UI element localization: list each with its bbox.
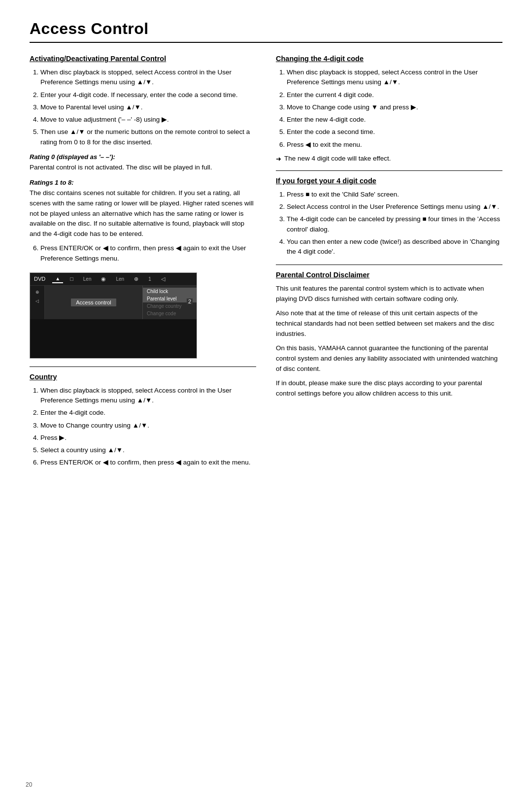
menu-icon-3: ⊕ xyxy=(134,276,138,282)
change-code-note: ➜ The new 4 digit code will take effect. xyxy=(276,155,502,163)
disclaimer-para-2: Also note that at the time of release of… xyxy=(276,308,502,339)
list-item: Press ■ to exit the 'Child Safe' screen. xyxy=(287,190,502,199)
list-item: Select a country using ▲/▼. xyxy=(40,445,256,455)
menu-tab-num: 1 xyxy=(145,275,154,283)
change-code-note-text: The new 4 digit code will take effect. xyxy=(284,155,391,162)
list-item: Enter the code a second time. xyxy=(287,127,502,137)
dvd-icon: DVD xyxy=(34,276,45,282)
list-item: Then use ▲/▼ or the numeric buttons on t… xyxy=(40,127,256,147)
right-column: Changing the 4-digit code When disc play… xyxy=(276,55,502,473)
menu-number: 2 xyxy=(187,299,193,304)
divider-country xyxy=(30,366,256,367)
list-item: Enter the 4-digit code. xyxy=(40,408,256,418)
list-item: Select Access control in the User Prefer… xyxy=(287,202,502,212)
list-item: You can then enter a new code (twice!) a… xyxy=(287,237,502,257)
disclaimer-para-1: This unit features the parental control … xyxy=(276,284,502,304)
ratings18-text: The disc contains scenes not suitable fo… xyxy=(30,188,256,240)
section-disclaimer: Parental Control Disclaimer This unit fe… xyxy=(276,271,502,398)
list-item: When disc playback is stopped, select Ac… xyxy=(287,67,502,88)
section-country-title: Country xyxy=(30,373,256,381)
arrow-icon: ➜ xyxy=(276,155,281,163)
list-item: When disc playback is stopped, select Ac… xyxy=(40,67,256,88)
section-change-code: Changing the 4-digit code When disc play… xyxy=(276,55,502,163)
menu-icon-2: ◉ xyxy=(101,276,106,282)
menu-top-bar: DVD ▲ □ Len ◉ Len ⊕ 1 ◁ xyxy=(30,273,197,286)
section-change-code-title: Changing the 4-digit code xyxy=(276,55,502,63)
menu-right-item-childlock: Child lock xyxy=(143,288,197,295)
list-item: Move to Change country using ▲/▼. xyxy=(40,421,256,431)
list-item: When disc playback is stopped, select Ac… xyxy=(40,386,256,406)
menu-tab-len1: Len xyxy=(80,275,95,283)
disclaimer-para-3: On this basis, YAMAHA cannot guarantee t… xyxy=(276,343,502,374)
list-item: Press ENTER/OK or ◀ to confirm, then pre… xyxy=(40,458,256,467)
menu-left-icon-1: ⊕ xyxy=(35,290,39,295)
list-item: Press ▶. xyxy=(40,433,256,443)
menu-left-panel: ⊕ ◁ xyxy=(30,286,45,319)
section-activating-title: Activating/Deactivating Parental Control xyxy=(30,55,256,63)
divider-disclaimer xyxy=(276,265,502,265)
menu-left-icon-2: ◁ xyxy=(35,299,39,303)
menu-screenshot: DVD ▲ □ Len ◉ Len ⊕ 1 ◁ ⊕ ◁ Acces xyxy=(30,272,197,359)
list-item: Enter the new 4-digit code. xyxy=(287,115,502,125)
list-item: Move to Change code using ▼ and press ▶. xyxy=(287,102,502,112)
section-country: Country When disc playback is stopped, s… xyxy=(30,373,256,468)
country-steps-list: When disc playback is stopped, select Ac… xyxy=(30,386,256,468)
list-item: The 4-digit code can be canceled by pres… xyxy=(287,214,502,234)
rating0-title: Rating 0 (displayed as '– –'): xyxy=(30,153,256,161)
menu-tab-len2: Len xyxy=(113,275,127,283)
list-item: Enter the current 4 digit code. xyxy=(287,90,502,100)
activating-steps-list: When disc playback is stopped, select Ac… xyxy=(30,67,256,147)
section-disclaimer-title: Parental Control Disclaimer xyxy=(276,271,502,279)
activating-step6-list: Press ENTER/OK or ◀ to confirm, then pre… xyxy=(30,243,256,264)
list-item: Move to value adjustment ('– –' -8) usin… xyxy=(40,115,256,125)
disclaimer-para-4: If in doubt, please make sure the disc p… xyxy=(276,378,502,399)
menu-icon-4: ◁ xyxy=(161,276,165,282)
page-title: Access Control xyxy=(30,20,502,43)
page-number: 20 xyxy=(26,781,32,788)
ratings18-title: Ratings 1 to 8: xyxy=(30,179,256,186)
list-item: Press ◀ to exit the menu. xyxy=(287,140,502,150)
menu-right-item-code: Change code xyxy=(143,310,197,317)
list-item: Enter your 4-digit code. If necessary, e… xyxy=(40,90,256,100)
change-code-steps-list: When disc playback is stopped, select Ac… xyxy=(276,67,502,150)
menu-tab-1: ▲ xyxy=(52,275,63,283)
section-activating: Activating/Deactivating Parental Control… xyxy=(30,55,256,264)
menu-icon-1: □ xyxy=(70,276,73,282)
forget-code-steps-list: Press ■ to exit the 'Child Safe' screen.… xyxy=(276,190,502,257)
divider-forget-code xyxy=(276,170,502,171)
menu-center-panel: Access control xyxy=(45,286,142,319)
list-item: Move to Parental level using ▲/▼. xyxy=(40,102,256,112)
list-item: Press ENTER/OK or ◀ to confirm, then pre… xyxy=(40,243,256,264)
section-forget-code-title: If you forget your 4 digit code xyxy=(276,177,502,185)
section-forget-code: If you forget your 4 digit code Press ■ … xyxy=(276,177,502,257)
rating0-text: Parental control is not activated. The d… xyxy=(30,163,256,173)
left-column: Activating/Deactivating Parental Control… xyxy=(30,55,256,473)
menu-center-label: Access control xyxy=(71,299,116,306)
